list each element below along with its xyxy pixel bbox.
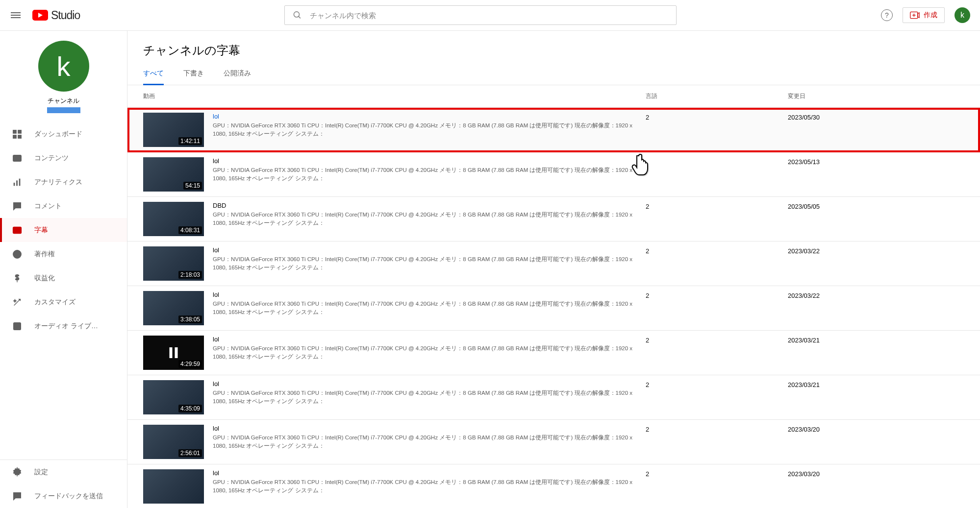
content-icon xyxy=(12,153,23,164)
nav-list: ダッシュボード コンテンツ アナリティクス コメント 字幕 著作権 xyxy=(0,120,127,460)
video-duration: 4:08:31 xyxy=(178,226,202,234)
channel-info: k チャンネル xyxy=(0,31,127,120)
dashboard-icon xyxy=(12,129,23,140)
channel-avatar[interactable]: k xyxy=(38,41,89,92)
sidebar-item-monetization[interactable]: 収益化 xyxy=(0,266,127,290)
sidebar-item-dashboard[interactable]: ダッシュボード xyxy=(0,122,127,146)
video-cell: 4:29:59lolGPU：NVIDIA GeForce RTX 3060 Ti… xyxy=(143,336,646,370)
video-description: GPU：NVIDIA GeForce RTX 3060 Ti CPU：Intel… xyxy=(213,211,636,228)
sidebar-item-label: 著作権 xyxy=(34,250,55,259)
table-row[interactable]: 4:29:59lolGPU：NVIDIA GeForce RTX 3060 Ti… xyxy=(127,331,980,375)
table-row[interactable]: 4:35:09lolGPU：NVIDIA GeForce RTX 3060 Ti… xyxy=(127,375,980,420)
lang-cell: 2 xyxy=(646,113,788,121)
dollar-icon xyxy=(12,273,23,284)
video-duration: 4:35:09 xyxy=(178,405,202,412)
table-row[interactable]: 54:15lolGPU：NVIDIA GeForce RTX 3060 Ti C… xyxy=(127,152,980,197)
comments-icon xyxy=(12,201,23,212)
table-row[interactable]: 4:08:31DBDGPU：NVIDIA GeForce RTX 3060 Ti… xyxy=(127,197,980,242)
search-icon xyxy=(293,10,302,20)
video-description: GPU：NVIDIA GeForce RTX 3060 Ti CPU：Intel… xyxy=(213,344,636,362)
video-thumbnail[interactable]: 1:42:11 xyxy=(143,113,204,147)
table-row[interactable]: 2:56:01lolGPU：NVIDIA GeForce RTX 3060 Ti… xyxy=(127,420,980,464)
date-cell: 2023/03/22 xyxy=(788,246,964,255)
table-row[interactable]: 2:18:03lolGPU：NVIDIA GeForce RTX 3060 Ti… xyxy=(127,242,980,286)
video-description: GPU：NVIDIA GeForce RTX 3060 Ti CPU：Intel… xyxy=(213,166,636,183)
video-info: lolGPU：NVIDIA GeForce RTX 3060 Ti CPU：In… xyxy=(213,291,646,325)
sidebar-item-audio[interactable]: オーディオ ライブ… xyxy=(0,314,127,338)
video-cell: 54:15lolGPU：NVIDIA GeForce RTX 3060 Ti C… xyxy=(143,157,646,192)
tabs: すべて下書き公開済み xyxy=(127,58,980,85)
video-info: lolGPU：NVIDIA GeForce RTX 3060 Ti CPU：In… xyxy=(213,336,646,370)
lang-cell: 2 xyxy=(646,246,788,255)
date-cell: 2023/05/13 xyxy=(788,157,964,166)
pause-icon xyxy=(170,347,178,358)
video-thumbnail[interactable]: 2:18:03 xyxy=(143,246,204,281)
svg-point-0 xyxy=(294,12,299,17)
video-title: lol xyxy=(213,336,636,343)
svg-rect-13 xyxy=(19,178,21,186)
video-duration: 2:56:01 xyxy=(178,449,202,457)
video-info: lolGPU：NVIDIA GeForce RTX 3060 Ti CPU：In… xyxy=(213,380,646,414)
video-duration: 2:18:03 xyxy=(178,271,202,279)
table-row[interactable]: lolGPU：NVIDIA GeForce RTX 3060 Ti CPU：In… xyxy=(127,464,980,508)
video-info: lolGPU：NVIDIA GeForce RTX 3060 Ti CPU：In… xyxy=(213,113,646,147)
sidebar-item-customize[interactable]: カスタマイズ xyxy=(0,290,127,314)
sidebar-item-label: ダッシュボード xyxy=(34,130,82,139)
sidebar-item-settings[interactable]: 設定 xyxy=(0,460,127,484)
video-title: lol xyxy=(213,113,636,120)
youtube-studio-logo[interactable]: Studio xyxy=(32,9,80,22)
date-cell: 2023/05/30 xyxy=(788,113,964,121)
table-row[interactable]: 3:38:05lolGPU：NVIDIA GeForce RTX 3060 Ti… xyxy=(127,286,980,331)
video-title: lol xyxy=(213,469,636,477)
tab-0[interactable]: すべて xyxy=(143,69,164,85)
date-cell: 2023/05/05 xyxy=(788,202,964,210)
sidebar-item-subtitles[interactable]: 字幕 xyxy=(0,218,127,242)
video-duration: 4:29:59 xyxy=(178,360,202,368)
video-thumbnail[interactable] xyxy=(143,469,204,504)
video-cell: 2:18:03lolGPU：NVIDIA GeForce RTX 3060 Ti… xyxy=(143,246,646,281)
video-thumbnail[interactable]: 4:29:59 xyxy=(143,336,204,370)
date-cell: 2023/03/20 xyxy=(788,469,964,478)
lang-cell: 2 xyxy=(646,425,788,433)
search-input[interactable] xyxy=(310,11,668,20)
video-thumbnail[interactable]: 4:08:31 xyxy=(143,202,204,236)
sidebar-item-comments[interactable]: コメント xyxy=(0,194,127,218)
channel-name-redacted xyxy=(47,107,80,113)
sidebar-item-content[interactable]: コンテンツ xyxy=(0,146,127,170)
search-box[interactable] xyxy=(284,5,677,25)
lang-cell: 2 xyxy=(646,202,788,210)
svg-rect-6 xyxy=(18,130,21,133)
svg-rect-12 xyxy=(16,180,18,186)
lang-cell: 2 xyxy=(646,291,788,299)
sidebar-item-copyright[interactable]: 著作権 xyxy=(0,242,127,266)
feedback-icon xyxy=(12,491,23,502)
studio-brand-text: Studio xyxy=(51,9,80,22)
video-cell: 2:56:01lolGPU：NVIDIA GeForce RTX 3060 Ti… xyxy=(143,425,646,459)
sidebar-item-feedback[interactable]: フィードバックを送信 xyxy=(0,484,127,508)
tab-1[interactable]: 下書き xyxy=(183,69,204,85)
video-thumbnail[interactable]: 3:38:05 xyxy=(143,291,204,325)
video-thumbnail[interactable]: 2:56:01 xyxy=(143,425,204,459)
video-cell: 3:38:05lolGPU：NVIDIA GeForce RTX 3060 Ti… xyxy=(143,291,646,325)
tab-2[interactable]: 公開済み xyxy=(224,69,251,85)
create-button[interactable]: 作成 xyxy=(903,7,945,23)
account-avatar[interactable]: k xyxy=(955,7,970,23)
video-thumbnail[interactable]: 4:35:09 xyxy=(143,380,204,414)
sidebar-item-label: 字幕 xyxy=(34,226,48,235)
svg-line-1 xyxy=(299,16,301,18)
video-info: DBDGPU：NVIDIA GeForce RTX 3060 Ti CPU：In… xyxy=(213,202,646,236)
video-thumbnail[interactable]: 54:15 xyxy=(143,157,204,192)
svg-rect-16 xyxy=(13,227,22,233)
help-icon[interactable]: ? xyxy=(881,9,893,21)
table-row[interactable]: 1:42:11lolGPU：NVIDIA GeForce RTX 3060 Ti… xyxy=(127,108,980,152)
sidebar-item-analytics[interactable]: アナリティクス xyxy=(0,170,127,194)
video-duration: 54:15 xyxy=(183,182,202,190)
lang-cell: 2 xyxy=(646,380,788,388)
sidebar-item-label: コンテンツ xyxy=(34,154,69,163)
sidebar-item-label: アナリティクス xyxy=(34,178,82,187)
app-header: Studio ? 作成 k xyxy=(0,0,980,31)
audio-library-icon xyxy=(12,321,23,332)
video-title: lol xyxy=(213,380,636,387)
column-header-video: 動画 xyxy=(143,92,646,100)
hamburger-menu-icon[interactable] xyxy=(10,9,22,21)
